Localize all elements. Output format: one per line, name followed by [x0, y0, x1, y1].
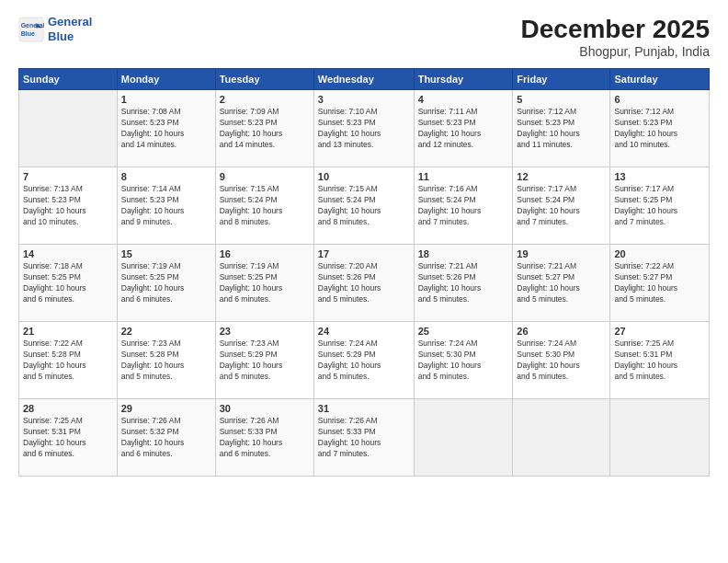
day-number: 20: [614, 248, 705, 259]
day-number: 10: [318, 171, 410, 182]
calendar-week-row: 21Sunrise: 7:22 AM Sunset: 5:28 PM Dayli…: [19, 322, 710, 399]
calendar-cell: 27Sunrise: 7:25 AM Sunset: 5:31 PM Dayli…: [610, 322, 710, 399]
day-number: 19: [517, 248, 606, 259]
calendar-cell: [513, 399, 610, 477]
day-info: Sunrise: 7:24 AM Sunset: 5:29 PM Dayligh…: [318, 339, 410, 383]
calendar-cell: 8Sunrise: 7:14 AM Sunset: 5:23 PM Daylig…: [117, 167, 215, 245]
day-number: 2: [220, 94, 310, 105]
day-number: 6: [614, 94, 705, 105]
day-number: 23: [220, 326, 310, 337]
day-info: Sunrise: 7:12 AM Sunset: 5:23 PM Dayligh…: [614, 107, 705, 151]
calendar-header-monday: Monday: [117, 69, 215, 90]
logo-icon: General Blue: [18, 17, 44, 42]
day-info: Sunrise: 7:19 AM Sunset: 5:25 PM Dayligh…: [220, 261, 310, 305]
calendar-cell: 11Sunrise: 7:16 AM Sunset: 5:24 PM Dayli…: [414, 167, 513, 245]
calendar-cell: 25Sunrise: 7:24 AM Sunset: 5:30 PM Dayli…: [414, 322, 513, 399]
day-info: Sunrise: 7:22 AM Sunset: 5:28 PM Dayligh…: [23, 339, 113, 383]
day-number: 25: [418, 326, 509, 337]
day-number: 18: [418, 248, 509, 259]
calendar-week-row: 28Sunrise: 7:25 AM Sunset: 5:31 PM Dayli…: [19, 399, 710, 477]
day-number: 26: [517, 326, 606, 337]
calendar-cell: 26Sunrise: 7:24 AM Sunset: 5:30 PM Dayli…: [513, 322, 610, 399]
calendar-cell: 2Sunrise: 7:09 AM Sunset: 5:23 PM Daylig…: [215, 90, 313, 167]
day-info: Sunrise: 7:17 AM Sunset: 5:24 PM Dayligh…: [517, 184, 606, 228]
day-info: Sunrise: 7:22 AM Sunset: 5:27 PM Dayligh…: [614, 261, 705, 305]
day-number: 7: [23, 171, 113, 182]
day-number: 9: [220, 171, 310, 182]
day-info: Sunrise: 7:12 AM Sunset: 5:23 PM Dayligh…: [517, 107, 606, 151]
calendar-cell: 29Sunrise: 7:26 AM Sunset: 5:32 PM Dayli…: [117, 399, 215, 477]
calendar-cell: 3Sunrise: 7:10 AM Sunset: 5:23 PM Daylig…: [313, 90, 414, 167]
calendar-cell: 4Sunrise: 7:11 AM Sunset: 5:23 PM Daylig…: [414, 90, 513, 167]
calendar-week-row: 7Sunrise: 7:13 AM Sunset: 5:23 PM Daylig…: [19, 167, 710, 245]
calendar-cell: 1Sunrise: 7:08 AM Sunset: 5:23 PM Daylig…: [117, 90, 215, 167]
day-number: 28: [23, 403, 113, 414]
day-number: 1: [121, 94, 211, 105]
calendar-header-wednesday: Wednesday: [313, 69, 414, 90]
logo-text-line2: Blue: [48, 29, 74, 43]
day-info: Sunrise: 7:10 AM Sunset: 5:23 PM Dayligh…: [318, 107, 410, 151]
day-number: 15: [121, 248, 211, 259]
calendar-cell: 24Sunrise: 7:24 AM Sunset: 5:29 PM Dayli…: [313, 322, 414, 399]
day-number: 17: [318, 248, 410, 259]
day-info: Sunrise: 7:25 AM Sunset: 5:31 PM Dayligh…: [23, 416, 113, 460]
day-info: Sunrise: 7:26 AM Sunset: 5:33 PM Dayligh…: [220, 416, 310, 460]
calendar-cell: 12Sunrise: 7:17 AM Sunset: 5:24 PM Dayli…: [513, 167, 610, 245]
logo: General Blue General Blue: [18, 15, 92, 43]
calendar-cell: 13Sunrise: 7:17 AM Sunset: 5:25 PM Dayli…: [610, 167, 710, 245]
day-number: 14: [23, 248, 113, 259]
day-info: Sunrise: 7:17 AM Sunset: 5:25 PM Dayligh…: [614, 184, 705, 228]
day-info: Sunrise: 7:26 AM Sunset: 5:33 PM Dayligh…: [318, 416, 410, 460]
month-title: December 2025: [521, 15, 710, 44]
calendar-cell: [414, 399, 513, 477]
day-number: 29: [121, 403, 211, 414]
calendar-cell: 15Sunrise: 7:19 AM Sunset: 5:25 PM Dayli…: [117, 245, 215, 322]
day-info: Sunrise: 7:16 AM Sunset: 5:24 PM Dayligh…: [418, 184, 509, 228]
calendar-week-row: 14Sunrise: 7:18 AM Sunset: 5:25 PM Dayli…: [19, 245, 710, 322]
calendar-week-row: 1Sunrise: 7:08 AM Sunset: 5:23 PM Daylig…: [19, 90, 710, 167]
calendar-cell: 9Sunrise: 7:15 AM Sunset: 5:24 PM Daylig…: [215, 167, 313, 245]
title-block: December 2025 Bhogpur, Punjab, India: [521, 15, 710, 59]
day-number: 16: [220, 248, 310, 259]
day-info: Sunrise: 7:11 AM Sunset: 5:23 PM Dayligh…: [418, 107, 509, 151]
day-number: 12: [517, 171, 606, 182]
day-number: 31: [318, 403, 410, 414]
calendar-header-row: SundayMondayTuesdayWednesdayThursdayFrid…: [19, 69, 710, 90]
calendar-cell: 18Sunrise: 7:21 AM Sunset: 5:26 PM Dayli…: [414, 245, 513, 322]
day-info: Sunrise: 7:23 AM Sunset: 5:29 PM Dayligh…: [220, 339, 310, 383]
day-number: 5: [517, 94, 606, 105]
day-number: 24: [318, 326, 410, 337]
day-info: Sunrise: 7:09 AM Sunset: 5:23 PM Dayligh…: [220, 107, 310, 151]
calendar-table: SundayMondayTuesdayWednesdayThursdayFrid…: [18, 68, 710, 477]
calendar-cell: 7Sunrise: 7:13 AM Sunset: 5:23 PM Daylig…: [19, 167, 118, 245]
day-info: Sunrise: 7:25 AM Sunset: 5:31 PM Dayligh…: [614, 339, 705, 383]
calendar-cell: 19Sunrise: 7:21 AM Sunset: 5:27 PM Dayli…: [513, 245, 610, 322]
day-info: Sunrise: 7:08 AM Sunset: 5:23 PM Dayligh…: [121, 107, 211, 151]
day-info: Sunrise: 7:19 AM Sunset: 5:25 PM Dayligh…: [121, 261, 211, 305]
day-info: Sunrise: 7:21 AM Sunset: 5:27 PM Dayligh…: [517, 261, 606, 305]
calendar-header-sunday: Sunday: [19, 69, 118, 90]
calendar-header-saturday: Saturday: [610, 69, 710, 90]
day-number: 4: [418, 94, 509, 105]
svg-text:Blue: Blue: [21, 30, 35, 37]
calendar-cell: 30Sunrise: 7:26 AM Sunset: 5:33 PM Dayli…: [215, 399, 313, 477]
day-info: Sunrise: 7:15 AM Sunset: 5:24 PM Dayligh…: [318, 184, 410, 228]
calendar-cell: 28Sunrise: 7:25 AM Sunset: 5:31 PM Dayli…: [19, 399, 118, 477]
calendar-cell: 5Sunrise: 7:12 AM Sunset: 5:23 PM Daylig…: [513, 90, 610, 167]
day-info: Sunrise: 7:21 AM Sunset: 5:26 PM Dayligh…: [418, 261, 509, 305]
day-info: Sunrise: 7:18 AM Sunset: 5:25 PM Dayligh…: [23, 261, 113, 305]
calendar-cell: 23Sunrise: 7:23 AM Sunset: 5:29 PM Dayli…: [215, 322, 313, 399]
day-number: 8: [121, 171, 211, 182]
calendar-cell: 21Sunrise: 7:22 AM Sunset: 5:28 PM Dayli…: [19, 322, 118, 399]
day-number: 11: [418, 171, 509, 182]
calendar-cell: [19, 90, 118, 167]
calendar-cell: 20Sunrise: 7:22 AM Sunset: 5:27 PM Dayli…: [610, 245, 710, 322]
calendar-cell: 14Sunrise: 7:18 AM Sunset: 5:25 PM Dayli…: [19, 245, 118, 322]
calendar-cell: 17Sunrise: 7:20 AM Sunset: 5:26 PM Dayli…: [313, 245, 414, 322]
calendar-cell: 22Sunrise: 7:23 AM Sunset: 5:28 PM Dayli…: [117, 322, 215, 399]
calendar-cell: [610, 399, 710, 477]
calendar-header-friday: Friday: [513, 69, 610, 90]
day-info: Sunrise: 7:20 AM Sunset: 5:26 PM Dayligh…: [318, 261, 410, 305]
logo-text-line1: General: [48, 15, 92, 29]
day-info: Sunrise: 7:15 AM Sunset: 5:24 PM Dayligh…: [220, 184, 310, 228]
